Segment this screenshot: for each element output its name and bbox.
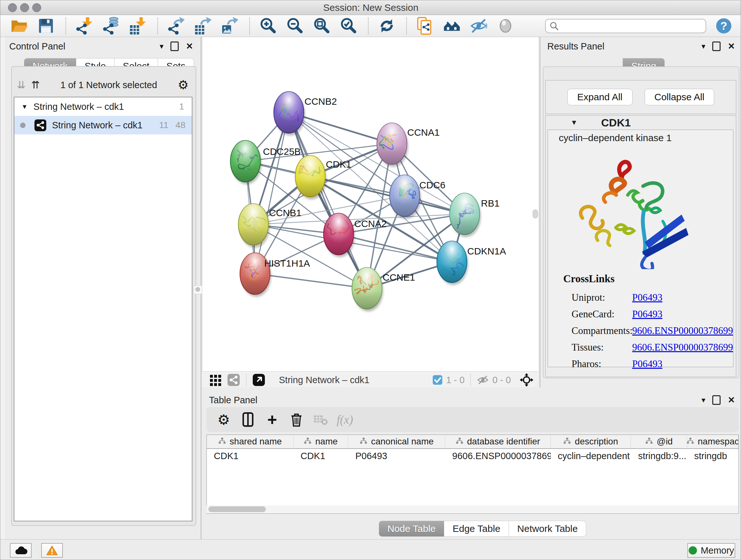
warnings-button[interactable] <box>41 543 63 558</box>
import-network-database-icon[interactable] <box>102 17 120 35</box>
network-tree: ▼ String Network – cdk1 1 String Network… <box>14 97 192 521</box>
string-home-icon[interactable] <box>443 17 461 35</box>
cloud-button[interactable] <box>10 543 31 558</box>
selected-checkbox-icon[interactable] <box>432 374 443 385</box>
delete-column-icon[interactable] <box>288 411 305 428</box>
network-row-selected[interactable]: String Network – cdk1 11 48 <box>14 116 192 134</box>
node-CDKN1A[interactable] <box>437 241 468 285</box>
zoom-out-icon[interactable] <box>286 17 304 35</box>
column-header-description[interactable]: description <box>551 435 631 448</box>
table-tabs: Node TableEdge TableNetwork Table <box>379 521 586 537</box>
table-cell[interactable]: CDK1 <box>293 451 348 461</box>
crosslink-link[interactable]: P06493 <box>632 308 663 320</box>
table-options-gear-icon[interactable]: ⚙ <box>215 411 232 428</box>
hide-unhide-icon[interactable] <box>469 17 488 35</box>
export-network-icon[interactable] <box>167 17 185 35</box>
node-CCNB1[interactable] <box>239 204 270 248</box>
column-header-database-identifier[interactable]: database identifier <box>445 435 551 448</box>
table-cell[interactable]: cyclin–dependent ... <box>551 451 631 461</box>
column-header-@id[interactable]: @id <box>631 435 687 448</box>
table-cell[interactable]: stringdb <box>687 451 738 461</box>
results-panel-collapse-icon[interactable]: ▾ <box>701 43 705 50</box>
network-collection-row[interactable]: ▼ String Network – cdk1 1 <box>14 98 192 116</box>
table-panel-float-icon[interactable] <box>712 395 721 405</box>
collection-expander-icon[interactable]: ▼ <box>21 103 28 111</box>
network-node-count: 11 <box>159 120 169 130</box>
horizontal-splitter[interactable] <box>202 387 741 393</box>
column-header-shared-name[interactable]: shared name <box>207 435 293 448</box>
network-view-share-icon[interactable] <box>227 373 240 387</box>
node-RB1[interactable] <box>449 193 481 237</box>
table-panel-close-icon[interactable]: ✕ <box>728 396 735 405</box>
expand-all-button[interactable]: Expand All <box>567 89 632 105</box>
import-network-file-icon[interactable] <box>75 17 93 35</box>
control-panel-float-icon[interactable] <box>171 42 179 51</box>
scrollbar-thumb[interactable] <box>208 506 266 512</box>
save-session-icon[interactable] <box>37 17 55 35</box>
results-panel-close-icon[interactable]: ✕ <box>728 42 735 51</box>
search-input[interactable] <box>545 19 706 33</box>
open-session-icon[interactable] <box>10 17 28 35</box>
export-table-icon[interactable] <box>194 17 212 35</box>
table-cell[interactable]: 9606.ENSP00000378699 <box>445 451 551 461</box>
edge-HIST1H1A-CCNE1[interactable] <box>255 273 367 288</box>
collapse-all-networks-icon[interactable]: ⇈ <box>31 80 40 90</box>
birdseye-view-icon[interactable] <box>519 373 534 387</box>
zoom-fit-icon[interactable] <box>313 17 331 35</box>
crosslink-link[interactable]: P06493 <box>632 358 663 370</box>
column-header-namespac[interactable]: namespac <box>687 435 738 448</box>
open-view-external-icon[interactable] <box>252 373 266 387</box>
show-columns-icon[interactable] <box>240 411 256 428</box>
cdk1-entry-header[interactable]: ▼ CDK1 <box>546 116 736 130</box>
node-label-CCNB1: CCNB1 <box>269 207 301 218</box>
help-icon[interactable]: ? <box>715 17 733 35</box>
tab-edge-table[interactable]: Edge Table <box>444 521 509 537</box>
search-field-wrap <box>545 19 706 33</box>
table-horizontal-scrollbar[interactable] <box>206 505 738 513</box>
node-CCNB2[interactable] <box>274 91 305 136</box>
toolbar-separator <box>406 17 407 34</box>
crosslink-link[interactable]: 9606.ENSP00000378699 <box>632 325 733 336</box>
node-label-CCNA2: CCNA2 <box>354 219 387 229</box>
table-cell[interactable]: CDK1 <box>207 451 293 461</box>
table-cell[interactable]: stringdb:9... <box>631 451 687 461</box>
zoom-selected-icon[interactable] <box>339 17 358 35</box>
column-tree-icon <box>645 436 653 447</box>
crosslink-link[interactable]: P06493 <box>632 292 663 303</box>
tab-node-table[interactable]: Node Table <box>379 521 444 537</box>
import-table-icon[interactable] <box>129 17 147 35</box>
edge-CCNB2-HIST1H1A[interactable] <box>255 112 289 273</box>
table-cell[interactable]: P06493 <box>348 451 445 461</box>
right-splitter-grip[interactable] <box>533 209 538 219</box>
node-CCNE1[interactable] <box>352 267 383 312</box>
network-canvas[interactable]: CCNB2CCNA1CDC25BCDK1CDC6RB1CCNB1CCNA2CDK… <box>202 37 538 371</box>
create-column-icon[interactable]: + <box>264 411 280 428</box>
results-panel-float-icon[interactable] <box>712 42 721 51</box>
node-CDC6[interactable] <box>390 175 421 219</box>
crosslink-link[interactable]: 9606.ENSP00000378699 <box>632 341 733 353</box>
entry-expander-icon[interactable]: ▼ <box>570 118 578 127</box>
refresh-icon[interactable] <box>378 17 396 35</box>
control-panel-collapse-icon[interactable]: ▾ <box>159 43 163 50</box>
zoom-in-icon[interactable] <box>259 17 277 35</box>
grid-view-icon[interactable] <box>209 373 222 387</box>
network-options-gear-icon[interactable]: ⚙ <box>178 79 189 91</box>
network-graph[interactable]: CCNB2CCNA1CDC25BCDK1CDC6RB1CCNB1CCNA2CDK… <box>202 37 538 371</box>
table-row[interactable]: CDK1CDK1P064939606.ENSP00000378699cyclin… <box>207 449 738 463</box>
table-panel-collapse-icon[interactable]: ▾ <box>701 396 705 404</box>
node-label-CDC6: CDC6 <box>419 180 446 190</box>
column-header-name[interactable]: name <box>293 435 348 448</box>
show-graphics-icon[interactable] <box>496 17 515 35</box>
network-from-clipboard-icon[interactable] <box>416 17 434 35</box>
export-image-icon[interactable] <box>220 17 239 35</box>
node-CDK1[interactable] <box>295 153 327 199</box>
expand-all-networks-icon[interactable]: ⇊ <box>17 80 25 90</box>
left-splitter-grip[interactable] <box>194 286 202 294</box>
memory-button[interactable]: Memory <box>687 543 735 558</box>
crosslink-row: Uniprot:P06493 <box>563 289 733 306</box>
control-panel-close-icon[interactable]: ✕ <box>186 42 193 51</box>
tab-network-table[interactable]: Network Table <box>509 521 587 537</box>
collection-label: String Network – cdk1 <box>33 102 124 112</box>
collapse-all-button[interactable]: Collapse All <box>645 89 715 105</box>
column-header-canonical-name[interactable]: canonical name <box>348 435 445 448</box>
